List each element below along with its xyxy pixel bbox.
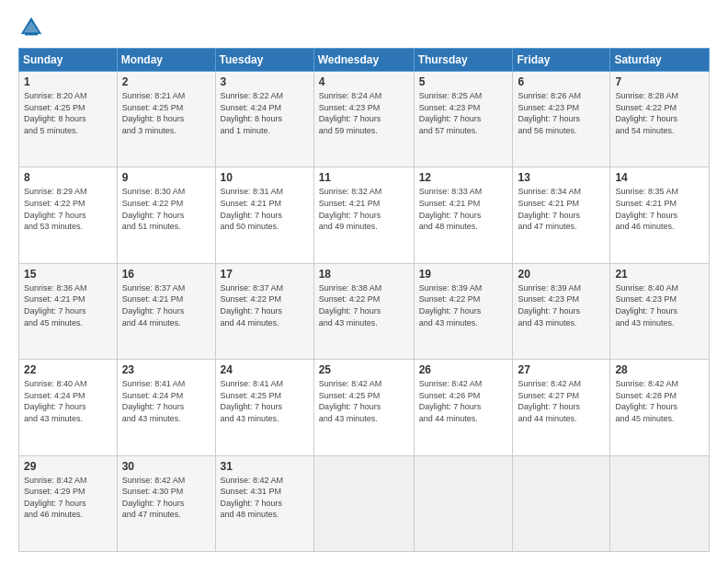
calendar-week-row: 15Sunrise: 8:36 AM Sunset: 4:21 PM Dayli… bbox=[19, 263, 710, 359]
day-info: Sunrise: 8:26 AM Sunset: 4:23 PM Dayligh… bbox=[518, 90, 605, 136]
day-number: 14 bbox=[615, 171, 704, 184]
day-number: 20 bbox=[518, 268, 605, 281]
calendar-cell: 19Sunrise: 8:39 AM Sunset: 4:22 PM Dayli… bbox=[414, 263, 513, 359]
calendar-week-row: 29Sunrise: 8:42 AM Sunset: 4:29 PM Dayli… bbox=[19, 455, 710, 551]
day-info: Sunrise: 8:42 AM Sunset: 4:29 PM Dayligh… bbox=[24, 475, 112, 521]
calendar-cell: 22Sunrise: 8:40 AM Sunset: 4:24 PM Dayli… bbox=[19, 360, 118, 455]
day-number: 9 bbox=[122, 171, 210, 184]
day-info: Sunrise: 8:40 AM Sunset: 4:23 PM Dayligh… bbox=[615, 282, 704, 328]
day-number: 31 bbox=[221, 460, 309, 473]
day-number: 16 bbox=[122, 268, 210, 281]
day-number: 29 bbox=[24, 460, 112, 473]
calendar-cell: 6Sunrise: 8:26 AM Sunset: 4:23 PM Daylig… bbox=[513, 72, 610, 167]
day-number: 21 bbox=[615, 268, 704, 281]
day-number: 13 bbox=[518, 171, 605, 184]
day-number: 19 bbox=[419, 268, 508, 281]
day-info: Sunrise: 8:39 AM Sunset: 4:22 PM Dayligh… bbox=[419, 282, 508, 328]
calendar-cell: 1Sunrise: 8:20 AM Sunset: 4:25 PM Daylig… bbox=[19, 72, 118, 167]
calendar-cell: 31Sunrise: 8:42 AM Sunset: 4:31 PM Dayli… bbox=[215, 455, 313, 551]
calendar-cell: 18Sunrise: 8:38 AM Sunset: 4:22 PM Dayli… bbox=[313, 263, 414, 359]
calendar-header-saturday: Saturday bbox=[610, 49, 710, 72]
calendar-cell: 9Sunrise: 8:30 AM Sunset: 4:22 PM Daylig… bbox=[117, 167, 215, 263]
day-info: Sunrise: 8:38 AM Sunset: 4:22 PM Dayligh… bbox=[319, 282, 409, 328]
calendar-cell: 24Sunrise: 8:41 AM Sunset: 4:25 PM Dayli… bbox=[215, 360, 313, 455]
calendar-header-row: SundayMondayTuesdayWednesdayThursdayFrid… bbox=[19, 49, 710, 72]
day-info: Sunrise: 8:24 AM Sunset: 4:23 PM Dayligh… bbox=[319, 90, 409, 136]
day-number: 28 bbox=[615, 363, 704, 376]
day-number: 3 bbox=[221, 75, 309, 88]
day-info: Sunrise: 8:42 AM Sunset: 4:31 PM Dayligh… bbox=[221, 475, 309, 521]
day-number: 24 bbox=[221, 363, 309, 376]
calendar-cell: 14Sunrise: 8:35 AM Sunset: 4:21 PM Dayli… bbox=[610, 167, 710, 263]
calendar-header-thursday: Thursday bbox=[414, 49, 513, 72]
day-info: Sunrise: 8:37 AM Sunset: 4:22 PM Dayligh… bbox=[221, 282, 309, 328]
day-number: 12 bbox=[419, 171, 508, 184]
calendar-cell: 2Sunrise: 8:21 AM Sunset: 4:25 PM Daylig… bbox=[117, 72, 215, 167]
calendar-cell bbox=[610, 455, 710, 551]
calendar-cell: 26Sunrise: 8:42 AM Sunset: 4:26 PM Dayli… bbox=[414, 360, 513, 455]
day-info: Sunrise: 8:28 AM Sunset: 4:22 PM Dayligh… bbox=[615, 90, 704, 136]
calendar-cell: 23Sunrise: 8:41 AM Sunset: 4:24 PM Dayli… bbox=[117, 360, 215, 455]
day-info: Sunrise: 8:25 AM Sunset: 4:23 PM Dayligh… bbox=[419, 90, 508, 136]
day-info: Sunrise: 8:31 AM Sunset: 4:21 PM Dayligh… bbox=[221, 186, 309, 232]
day-number: 7 bbox=[615, 75, 704, 88]
day-info: Sunrise: 8:37 AM Sunset: 4:21 PM Dayligh… bbox=[122, 282, 210, 328]
day-number: 4 bbox=[319, 75, 409, 88]
calendar-cell: 8Sunrise: 8:29 AM Sunset: 4:22 PM Daylig… bbox=[19, 167, 118, 263]
calendar-header-monday: Monday bbox=[117, 49, 215, 72]
calendar-cell: 5Sunrise: 8:25 AM Sunset: 4:23 PM Daylig… bbox=[414, 72, 513, 167]
calendar-cell: 25Sunrise: 8:42 AM Sunset: 4:25 PM Dayli… bbox=[313, 360, 414, 455]
calendar-cell bbox=[313, 455, 414, 551]
day-info: Sunrise: 8:42 AM Sunset: 4:30 PM Dayligh… bbox=[122, 475, 210, 521]
calendar-week-row: 8Sunrise: 8:29 AM Sunset: 4:22 PM Daylig… bbox=[19, 167, 710, 263]
day-number: 8 bbox=[24, 171, 112, 184]
day-info: Sunrise: 8:30 AM Sunset: 4:22 PM Dayligh… bbox=[122, 186, 210, 232]
day-number: 30 bbox=[122, 460, 210, 473]
day-number: 25 bbox=[319, 363, 409, 376]
day-number: 26 bbox=[419, 363, 508, 376]
day-info: Sunrise: 8:42 AM Sunset: 4:28 PM Dayligh… bbox=[615, 378, 704, 424]
calendar-table: SundayMondayTuesdayWednesdayThursdayFrid… bbox=[18, 48, 710, 552]
day-number: 1 bbox=[24, 75, 112, 88]
calendar-cell: 15Sunrise: 8:36 AM Sunset: 4:21 PM Dayli… bbox=[19, 263, 118, 359]
day-info: Sunrise: 8:34 AM Sunset: 4:21 PM Dayligh… bbox=[518, 186, 605, 232]
calendar-cell: 11Sunrise: 8:32 AM Sunset: 4:21 PM Dayli… bbox=[313, 167, 414, 263]
calendar-cell: 30Sunrise: 8:42 AM Sunset: 4:30 PM Dayli… bbox=[117, 455, 215, 551]
calendar-cell: 16Sunrise: 8:37 AM Sunset: 4:21 PM Dayli… bbox=[117, 263, 215, 359]
day-info: Sunrise: 8:42 AM Sunset: 4:26 PM Dayligh… bbox=[419, 378, 508, 424]
calendar-cell: 7Sunrise: 8:28 AM Sunset: 4:22 PM Daylig… bbox=[610, 72, 710, 167]
calendar-cell bbox=[513, 455, 610, 551]
day-info: Sunrise: 8:41 AM Sunset: 4:25 PM Dayligh… bbox=[221, 378, 309, 424]
day-info: Sunrise: 8:35 AM Sunset: 4:21 PM Dayligh… bbox=[615, 186, 704, 232]
calendar-week-row: 1Sunrise: 8:20 AM Sunset: 4:25 PM Daylig… bbox=[19, 72, 710, 167]
day-number: 10 bbox=[221, 171, 309, 184]
calendar-cell: 20Sunrise: 8:39 AM Sunset: 4:23 PM Dayli… bbox=[513, 263, 610, 359]
day-info: Sunrise: 8:40 AM Sunset: 4:24 PM Dayligh… bbox=[24, 378, 112, 424]
logo bbox=[18, 15, 48, 40]
day-number: 6 bbox=[518, 75, 605, 88]
day-number: 11 bbox=[319, 171, 409, 184]
calendar-cell: 12Sunrise: 8:33 AM Sunset: 4:21 PM Dayli… bbox=[414, 167, 513, 263]
calendar-cell: 27Sunrise: 8:42 AM Sunset: 4:27 PM Dayli… bbox=[513, 360, 610, 455]
calendar-cell: 29Sunrise: 8:42 AM Sunset: 4:29 PM Dayli… bbox=[19, 455, 118, 551]
day-info: Sunrise: 8:39 AM Sunset: 4:23 PM Dayligh… bbox=[518, 282, 605, 328]
day-info: Sunrise: 8:21 AM Sunset: 4:25 PM Dayligh… bbox=[122, 90, 210, 136]
calendar-cell: 17Sunrise: 8:37 AM Sunset: 4:22 PM Dayli… bbox=[215, 263, 313, 359]
day-number: 5 bbox=[419, 75, 508, 88]
calendar-header-sunday: Sunday bbox=[19, 49, 118, 72]
day-info: Sunrise: 8:29 AM Sunset: 4:22 PM Dayligh… bbox=[24, 186, 112, 232]
day-info: Sunrise: 8:33 AM Sunset: 4:21 PM Dayligh… bbox=[419, 186, 508, 232]
day-info: Sunrise: 8:42 AM Sunset: 4:27 PM Dayligh… bbox=[518, 378, 605, 424]
day-number: 22 bbox=[24, 363, 112, 376]
calendar-cell bbox=[414, 455, 513, 551]
day-info: Sunrise: 8:20 AM Sunset: 4:25 PM Dayligh… bbox=[24, 90, 112, 136]
day-info: Sunrise: 8:42 AM Sunset: 4:25 PM Dayligh… bbox=[319, 378, 409, 424]
calendar-week-row: 22Sunrise: 8:40 AM Sunset: 4:24 PM Dayli… bbox=[19, 360, 710, 455]
day-info: Sunrise: 8:36 AM Sunset: 4:21 PM Dayligh… bbox=[24, 282, 112, 328]
day-number: 2 bbox=[122, 75, 210, 88]
calendar-cell: 4Sunrise: 8:24 AM Sunset: 4:23 PM Daylig… bbox=[313, 72, 414, 167]
calendar-cell: 3Sunrise: 8:22 AM Sunset: 4:24 PM Daylig… bbox=[215, 72, 313, 167]
calendar-cell: 10Sunrise: 8:31 AM Sunset: 4:21 PM Dayli… bbox=[215, 167, 313, 263]
svg-rect-2 bbox=[25, 33, 38, 36]
logo-icon bbox=[18, 15, 44, 40]
